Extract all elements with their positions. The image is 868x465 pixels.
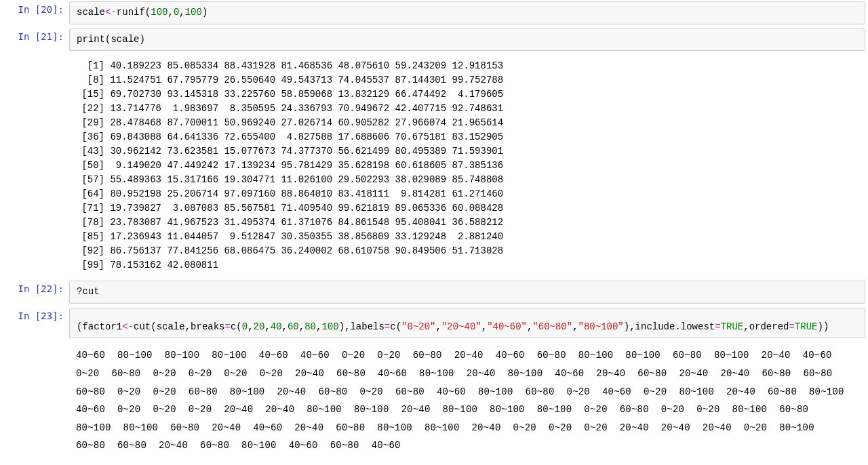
factor-level: 80~100 <box>377 419 412 437</box>
factor-level: 0~20 <box>153 401 176 419</box>
factor-level: 60~80 <box>111 365 140 383</box>
factor-level: 0~20 <box>260 365 283 383</box>
code-token: 100 <box>185 7 202 18</box>
code-token: ) <box>139 34 144 45</box>
code-token: runif <box>117 7 145 18</box>
factor-level: 20~40 <box>661 419 690 437</box>
factor-level: 60~80 <box>779 401 808 419</box>
code-token: , <box>436 321 441 332</box>
factor-level: 20~40 <box>726 383 755 401</box>
code-token: , <box>282 321 288 332</box>
code-cell-21: In [21]: print(scale) <box>0 27 868 53</box>
code-token: 80 <box>304 321 316 332</box>
factor-level: 60~80 <box>76 383 105 401</box>
factor-level: 60~80 <box>620 401 649 419</box>
factor-level: 0~20 <box>661 401 684 419</box>
factor-level: 60~80 <box>336 365 366 383</box>
code-token: , <box>179 7 184 18</box>
factor-level: 20~40 <box>159 437 188 455</box>
factor-level: 60~80 <box>803 365 832 383</box>
output-cell-21: [1] 40.189223 85.085334 88.431928 81.468… <box>0 54 868 278</box>
code-token: ) <box>339 321 344 332</box>
code-input-21[interactable]: print(scale) <box>69 28 865 52</box>
code-token: ) <box>202 7 208 18</box>
code-token: factor1 <box>82 321 122 332</box>
code-token: "80~100" <box>578 321 624 332</box>
factor-level: 40~60 <box>253 419 282 437</box>
factor-level: 40~60 <box>372 437 401 455</box>
factor-level: 80~100 <box>419 365 454 383</box>
code-token: 0 <box>242 321 248 332</box>
code-token: "40~60" <box>487 321 527 332</box>
code-input-22[interactable]: ?cut <box>69 281 865 304</box>
code-input-20[interactable]: scale<-runif(100,0,100) <box>69 1 865 24</box>
factor-level: 0~20 <box>342 346 365 365</box>
factor-level: 40~60 <box>259 346 288 365</box>
factor-level: 40~60 <box>76 401 105 419</box>
code-token: 100 <box>321 321 338 332</box>
code-token: <- <box>105 7 117 18</box>
factor-level: 60~80 <box>762 365 791 383</box>
factor-level: 20~40 <box>467 365 496 383</box>
code-token: , <box>185 321 191 332</box>
factor-level: 60~80 <box>330 437 359 455</box>
code-token: "20~40" <box>441 321 481 332</box>
code-token: include.lowest <box>635 321 715 332</box>
factor-level: 0~20 <box>549 419 572 437</box>
output-prompt-blank <box>3 342 69 459</box>
code-input-23[interactable]: (factor1<-cut(scale,breaks=c(0,20,40,60,… <box>69 308 865 339</box>
factor-level: 0~20 <box>117 383 140 401</box>
factor-level: 0~20 <box>584 401 607 419</box>
factor-level: 20~40 <box>401 401 430 419</box>
factor-level: 0~20 <box>117 401 140 419</box>
code-token: c <box>390 321 395 332</box>
factor-level: 40~60 <box>602 383 631 401</box>
factor-level: 60~80 <box>637 365 667 383</box>
code-token: TRUE <box>721 321 744 332</box>
code-token: ?cut <box>77 286 100 297</box>
factor-level: 0~20 <box>153 365 176 383</box>
factor-level: 80~100 <box>425 419 460 437</box>
code-token: 60 <box>288 321 299 332</box>
code-cell-20: In [20]: scale<-runif(100,0,100) <box>0 0 868 26</box>
code-token: "0~20" <box>401 321 435 332</box>
factor-level: 80~100 <box>241 437 277 455</box>
code-token: scale <box>157 321 185 332</box>
factor-level: 20~40 <box>295 365 324 383</box>
code-token: labels <box>350 321 384 332</box>
code-token: TRUE <box>795 321 818 332</box>
factor-level: 80~100 <box>809 383 844 401</box>
code-token: ( <box>236 321 241 332</box>
code-token: ) <box>624 321 629 332</box>
factor-level: 40~60 <box>496 346 525 365</box>
factor-level: 0~20 <box>189 401 212 419</box>
factor-level: 60~80 <box>413 346 442 365</box>
code-token: , <box>299 321 304 332</box>
factor-level: 60~80 <box>768 383 797 401</box>
code-token: , <box>248 321 253 332</box>
factor-level: 40~60 <box>378 365 407 383</box>
factor-level: 0~20 <box>584 419 607 437</box>
factor-level: 80~100 <box>307 401 342 419</box>
factor-level: 80~100 <box>732 401 768 419</box>
code-token: , <box>264 321 270 332</box>
code-token: ( <box>151 321 156 332</box>
factor-level: 0~20 <box>696 401 719 419</box>
code-token: 20 <box>254 321 265 332</box>
factor-level: 80~100 <box>714 346 749 365</box>
factor-level: 20~40 <box>212 419 241 437</box>
factor-level: 20~40 <box>720 365 749 383</box>
code-token: = <box>225 321 231 332</box>
code-token: 40 <box>271 321 282 332</box>
code-token: , <box>167 7 173 18</box>
factor-level: 0~20 <box>513 419 536 437</box>
code-token: breaks <box>191 321 224 332</box>
factor-level: 80~100 <box>443 401 478 419</box>
factor-level: 0~20 <box>377 346 400 365</box>
output-text-21: [1] 40.189223 85.085334 88.431928 81.468… <box>69 55 865 277</box>
factor-level: 40~60 <box>300 346 330 365</box>
factor-level: 0~20 <box>744 419 767 437</box>
code-token: 100 <box>151 7 167 18</box>
factor-level: 20~40 <box>596 365 625 383</box>
factor-level: 60~80 <box>189 383 218 401</box>
